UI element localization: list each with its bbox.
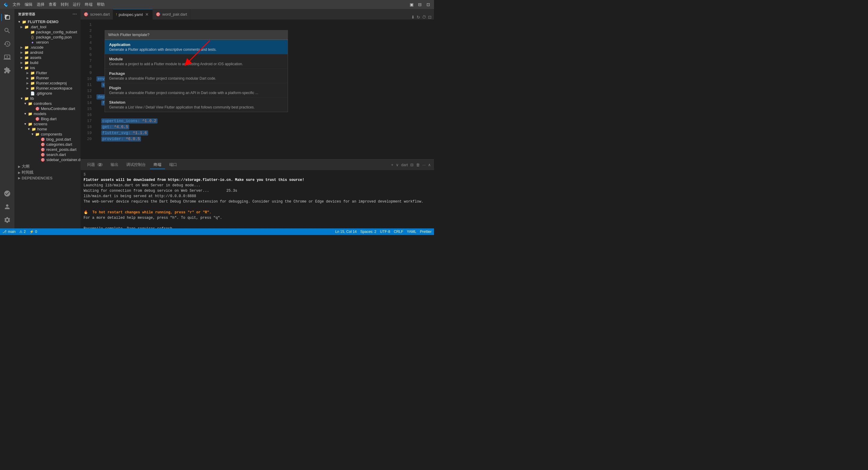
panel-dropdown-icon[interactable]: ∨ (396, 163, 399, 167)
run-debug-icon[interactable] (1, 51, 13, 63)
settings-icon[interactable] (1, 214, 13, 226)
editor-clock-icon[interactable]: ⏱ (422, 15, 426, 20)
tree-categories[interactable]: 🎯 categories.dart (14, 142, 81, 147)
tree-project-root[interactable]: ▼ 📁 FLUTTER-DEMO (14, 19, 81, 24)
tree-blog-dart[interactable]: 🎯 Blog.dart (14, 116, 81, 121)
pubspec-warning-icon: ! (116, 13, 117, 16)
menu-edit[interactable]: 编辑 (25, 2, 32, 7)
tree-package-config-json[interactable]: {} package_config.json (14, 35, 81, 40)
panel-tab-problems[interactable]: 问题 2 (84, 161, 106, 169)
components-label: components (41, 132, 62, 136)
tree-controllers[interactable]: ▼ 📁 controllers (14, 101, 81, 106)
tree-menu-controller[interactable]: 🎯 MenuController.dart (14, 106, 81, 111)
tree-flutter[interactable]: ▶ 📁 Flutter (14, 70, 81, 75)
layout-icon[interactable]: ▣ (409, 2, 414, 7)
tree-vscode[interactable]: ▶ 📁 .vscode (14, 45, 81, 50)
debug-label: 调试控制台 (126, 162, 146, 167)
statusbar-language[interactable]: YAML (407, 229, 416, 234)
extensions-icon[interactable] (1, 64, 13, 76)
tree-assets[interactable]: ▶ 📁 assets (14, 55, 81, 60)
fullscreen-icon[interactable]: ⊡ (426, 2, 431, 7)
editor-download-icon[interactable]: ⬇ (411, 15, 415, 20)
xcworkspace-label: Runner.xcworkspace (36, 86, 72, 90)
sidebar-more-button[interactable]: ··· (72, 11, 77, 17)
tab-screen-dart[interactable]: 🎯 screen.dart (81, 9, 113, 20)
dropdown-item-module[interactable]: Module Generate a project to add a Flutt… (105, 54, 288, 69)
tree-search-dart[interactable]: 🎯 search.dart (14, 152, 81, 157)
panel-tab-output[interactable]: 输出 (107, 161, 122, 169)
panel-split-icon[interactable]: ⊟ (410, 163, 413, 167)
tree-dart-tool[interactable]: ▶ 📁 .dart_tool (14, 24, 81, 29)
statusbar-formatter[interactable]: Prettier (420, 229, 432, 234)
line-col-label: Ln 15, Col 14 (335, 229, 356, 234)
dropdown-item-plugin[interactable]: Plugin Generate a shareable Flutter proj… (105, 83, 288, 98)
error-count: 2 (24, 229, 26, 234)
tree-gitignore[interactable]: 📄 .gitignore (14, 91, 81, 96)
panel-tab-terminal[interactable]: 终端 (150, 161, 165, 169)
tree-sidebar-container[interactable]: 🎯 sidebar_container.dart (14, 157, 81, 162)
statusbar-spaces[interactable]: Spaces: 2 (360, 229, 376, 234)
menu-view[interactable]: 查看 (49, 2, 57, 7)
menu-run[interactable]: 运行 (73, 2, 81, 7)
menu-file[interactable]: 文件 (12, 2, 21, 7)
tree-runner-xcworkspace[interactable]: ▶ 📁 Runner.xcworkspace (14, 86, 81, 91)
tree-version[interactable]: ● version (14, 40, 81, 45)
tree-timeline[interactable]: ▶ 时间线 (14, 169, 81, 176)
tree-package-config-subset[interactable]: 📁 package_config_subset (14, 29, 81, 35)
tree-build[interactable]: ▶ 📁 build (14, 60, 81, 65)
panel-tab-ports[interactable]: 端口 (165, 161, 181, 169)
panel-add-button[interactable]: + (391, 163, 394, 167)
tree-android[interactable]: ▶ 📁 android (14, 50, 81, 55)
statusbar-eol[interactable]: CRLF (394, 229, 403, 234)
account-icon[interactable] (1, 201, 13, 213)
tab-word-pair[interactable]: 🎯 word_pair.dart (153, 9, 190, 20)
tree-runner[interactable]: ▶ 📁 Runner (14, 75, 81, 81)
editor-layout-icon[interactable]: ⊡ (428, 15, 432, 20)
statusbar-encoding[interactable]: UTF-8 (380, 229, 390, 234)
tree-dependencies[interactable]: ▶ DEPENDENCIES (14, 176, 81, 181)
terminal-content[interactable]: $ Flutter assets will be downloaded from… (81, 170, 434, 228)
panel-close-icon[interactable]: ∧ (428, 163, 431, 167)
explorer-icon[interactable] (1, 11, 13, 24)
menu-terminal[interactable]: 终端 (85, 2, 93, 7)
statusbar-warnings[interactable]: ⚡ 0 (29, 229, 37, 234)
dropdown-search-input[interactable] (108, 32, 284, 37)
screens-folder-icon: 📁 (28, 122, 32, 126)
dropdown-item-skeleton[interactable]: Skeleton Generate a List View / Detail V… (105, 98, 288, 112)
editor-refresh-icon[interactable]: ↻ (416, 15, 420, 20)
tree-recent-posts[interactable]: 🎯 recent_posts.dart (14, 147, 81, 152)
tree-blog-post[interactable]: 🎯 blog_post.dart (14, 137, 81, 142)
problems-badge: 2 (97, 163, 103, 166)
statusbar-errors[interactable]: ⚠ 2 (19, 229, 26, 234)
tree-screens[interactable]: ▼ 📁 screens (14, 121, 81, 127)
dropdown-item-application[interactable]: Application Generate a Flutter applicati… (105, 40, 288, 54)
tree-models[interactable]: ▼ 📁 models (14, 111, 81, 116)
panel-more-icon[interactable]: ··· (422, 163, 426, 167)
tab-pubspec-close[interactable]: ✕ (145, 12, 149, 17)
terminal-line-web-server: The web-server device requires the Dart … (84, 199, 431, 205)
tab-pubspec-yaml[interactable]: ! pubspec.yaml ✕ (113, 9, 153, 20)
tree-outline[interactable]: ▶ 大纲 (14, 163, 81, 169)
gitignore-label: .gitignore (36, 91, 52, 96)
tree-runner-xcodeproj[interactable]: ▶ 📁 Runner.xcodeproj (14, 81, 81, 86)
project-name: FLUTTER-DEMO (28, 20, 59, 24)
panel-tab-debug[interactable]: 调试控制台 (123, 161, 149, 169)
menu-goto[interactable]: 转到 (61, 2, 68, 7)
source-control-icon[interactable] (1, 38, 13, 50)
runner-folder-icon: 📁 (30, 76, 35, 80)
search-activity-icon[interactable] (1, 25, 13, 37)
tree-lib[interactable]: ▼ 📁 lib (14, 96, 81, 101)
statusbar-branch[interactable]: ⎇ main (2, 229, 16, 234)
tree-home[interactable]: ▼ 📁 home (14, 127, 81, 132)
statusbar-line-col[interactable]: Ln 15, Col 14 (335, 229, 356, 234)
remote-icon[interactable] (1, 188, 13, 199)
menu-select[interactable]: 选择 (37, 2, 44, 7)
lib-label: lib (30, 96, 34, 101)
tree-components[interactable]: ▼ 📁 components (14, 132, 81, 137)
dropdown-item-package[interactable]: Package Generate a shareable Flutter pro… (105, 69, 288, 83)
menu-help[interactable]: 帮助 (97, 2, 104, 7)
split-icon[interactable]: ⊟ (417, 2, 423, 7)
tree-ios[interactable]: ▼ 📁 ios (14, 65, 81, 70)
warning-icon: ⚡ (29, 229, 34, 234)
panel-trash-icon[interactable]: 🗑 (416, 163, 420, 167)
